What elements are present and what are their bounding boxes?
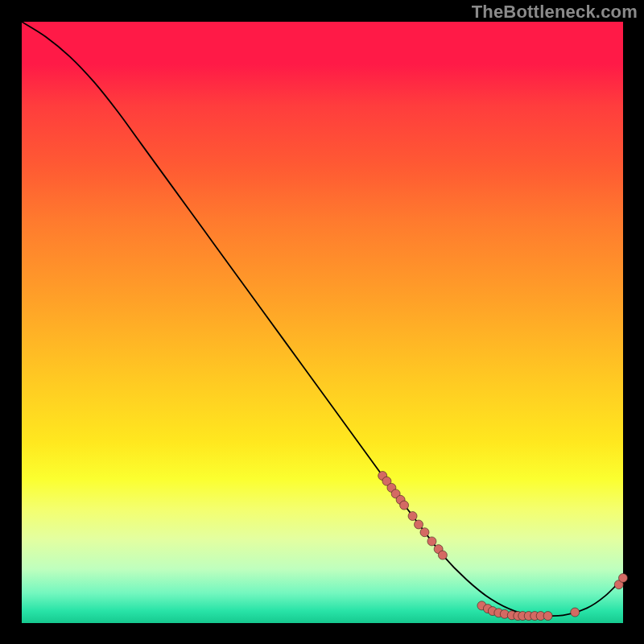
- data-marker: [415, 520, 423, 529]
- curve-line: [22, 22, 623, 616]
- data-marker: [438, 551, 447, 559]
- data-marker: [427, 537, 436, 546]
- data-marker: [408, 512, 417, 521]
- data-markers: [378, 471, 628, 620]
- data-marker: [619, 573, 628, 582]
- data-marker: [400, 501, 409, 510]
- chart-stage: TheBottleneck.com: [0, 0, 644, 644]
- watermark-text: TheBottleneck.com: [472, 2, 638, 23]
- data-marker: [543, 612, 552, 621]
- data-marker: [571, 608, 580, 617]
- data-marker: [420, 528, 429, 537]
- chart-overlay: [22, 22, 623, 623]
